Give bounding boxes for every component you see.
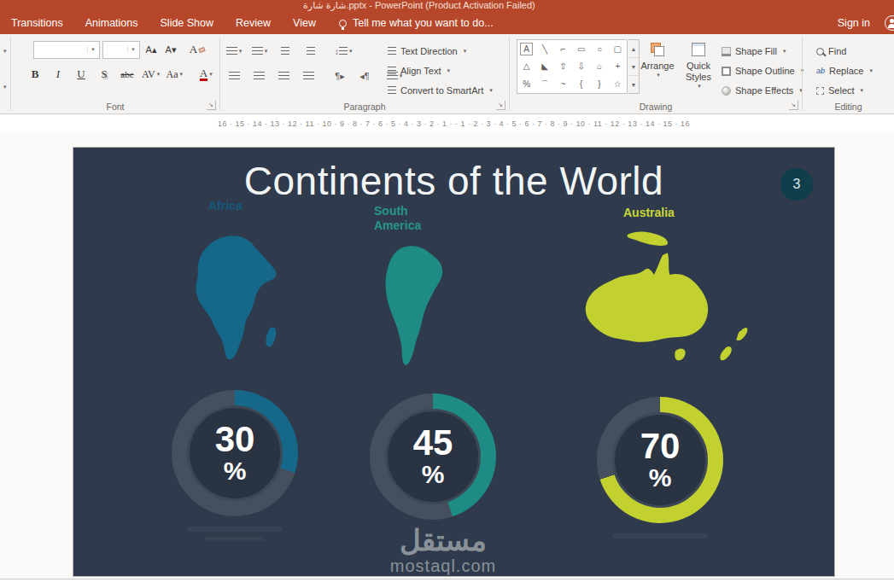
chevron-down-icon[interactable]: ▾ — [127, 46, 138, 53]
shape-curve[interactable]: ~ — [554, 75, 572, 93]
bullet-list-icon — [226, 47, 237, 56]
find-button[interactable]: Find — [816, 43, 846, 60]
character-spacing-button[interactable]: AV ▾ — [142, 65, 160, 84]
align-left-button[interactable] — [225, 67, 242, 85]
shape-percent[interactable]: % — [517, 75, 535, 93]
chevron-down-icon: ▾ — [209, 71, 213, 78]
chevron-down-icon: ▾ — [157, 71, 161, 78]
drawing-group: A ╲ ⌐ ▭ ○ ▢ △ ◣ ⇧ ⇩ ⌂ + % ⌒ ~ { } ☆ ▲ ▼ … — [510, 34, 802, 114]
shape-effects-icon — [722, 86, 731, 96]
bold-button[interactable]: B — [26, 65, 44, 84]
replace-icon: ab — [816, 67, 825, 75]
sign-in-button[interactable]: Sign in — [838, 17, 870, 29]
editing-group-label: Editing — [803, 102, 894, 112]
horizontal-ruler[interactable]: 16 · 15 · 14 · 13 · 12 · 11 · 10 · 9 · 8… — [73, 116, 835, 131]
left-to-right-button[interactable]: ¶▸ — [331, 67, 348, 85]
underline-button[interactable]: U — [73, 65, 90, 84]
tab-animations[interactable]: Animations — [74, 12, 149, 34]
font-size-input[interactable] — [103, 42, 127, 58]
right-to-left-button[interactable]: ◂¶ — [356, 67, 373, 85]
continent-label[interactable]: Australia — [623, 206, 700, 220]
align-center-button[interactable] — [250, 67, 267, 85]
tab-view[interactable]: View — [282, 12, 327, 34]
shape-pentagon-home[interactable]: ⌂ — [590, 58, 608, 76]
clipped-dropdown-icon[interactable]: ▾ — [3, 84, 7, 90]
bullets-button[interactable]: ▾ — [225, 42, 242, 61]
text-direction-button[interactable]: Text Direction ▾ — [388, 43, 466, 60]
align-text-button[interactable]: Align Text ▾ — [388, 62, 450, 79]
shape-isosceles-triangle[interactable]: △ — [517, 58, 535, 76]
replace-button[interactable]: ab Replace ▾ — [816, 62, 873, 79]
change-case-button[interactable]: Aa ▾ — [166, 65, 183, 84]
decrease-indent-button[interactable] — [277, 42, 294, 61]
shape-arrow-up[interactable]: ⇧ — [554, 58, 572, 76]
drawing-group-label: Drawing — [510, 102, 802, 112]
shape-star[interactable]: ☆ — [609, 75, 627, 93]
drawing-dialog-launcher[interactable]: ↘ — [789, 101, 798, 110]
italic-button[interactable]: I — [50, 65, 67, 84]
quick-styles-icon — [692, 43, 705, 56]
slide[interactable]: Continents of the World 3 Africa 30 % So… — [73, 147, 835, 577]
font-color-button[interactable]: A ▾ — [197, 65, 214, 84]
shape-left-brace[interactable]: { — [572, 75, 590, 93]
align-right-button[interactable] — [275, 67, 292, 85]
percent-value: 70 — [640, 429, 681, 463]
quick-styles-button[interactable]: Quick Styles ▾ — [679, 39, 718, 96]
arrange-button[interactable]: Arrange ▾ — [638, 39, 677, 96]
align-right-icon — [278, 72, 289, 81]
justify-button[interactable] — [300, 67, 317, 85]
tell-me-label: Tell me what you want to do... — [353, 17, 494, 29]
arrange-icon — [651, 43, 664, 56]
align-center-icon — [254, 72, 265, 81]
shape-elbow-connector[interactable]: ⌐ — [554, 40, 572, 58]
tab-transitions[interactable]: Transitions — [0, 12, 74, 34]
ltr-paragraph-icon: ¶▸ — [335, 71, 344, 82]
shape-arc[interactable]: ⌒ — [535, 75, 553, 93]
text-direction-icon — [388, 47, 396, 56]
numbering-button[interactable]: ▾ — [251, 42, 268, 61]
shape-text-box[interactable]: A — [520, 43, 533, 55]
shape-rounded-rectangle[interactable]: ▢ — [609, 40, 627, 58]
shape-right-triangle[interactable]: ◣ — [535, 58, 553, 76]
tab-slide-show[interactable]: Slide Show — [149, 12, 225, 34]
select-icon — [816, 87, 824, 95]
font-name-input[interactable] — [34, 42, 87, 58]
select-button[interactable]: Select ▾ — [816, 82, 863, 99]
donut-chart[interactable]: 70 % — [597, 397, 723, 523]
font-name-combobox[interactable]: ▾ — [33, 41, 100, 59]
tell-me-box[interactable]: Tell me what you want to do... — [339, 17, 494, 29]
editing-group: Find ab Replace ▾ Select ▾ Editing — [803, 34, 894, 114]
watermark-domain: mostaql.com — [390, 556, 496, 576]
clipped-dropdown-icon[interactable]: ▾ — [3, 48, 7, 55]
increase-indent-button[interactable] — [302, 42, 319, 61]
clipped-left-group: ▾ ▾ — [0, 34, 10, 114]
shape-effects-button[interactable]: Shape Effects ▾ — [722, 82, 803, 99]
paragraph-dialog-launcher[interactable]: ↘ — [496, 101, 505, 110]
shape-oval[interactable]: ○ — [590, 40, 608, 58]
text-shadow-button[interactable]: S — [96, 65, 113, 84]
strikethrough-button[interactable]: abc — [119, 65, 136, 84]
account-person-icon[interactable] — [885, 15, 894, 31]
font-group: ▾ ▾ A▴ A▾ A B I U S abc AV ▾ Aa — [11, 34, 219, 114]
editing-canvas: Continents of the World 3 Africa 30 % So… — [0, 133, 894, 579]
font-group-label: Font — [11, 102, 219, 112]
smartart-icon — [388, 86, 396, 96]
shape-outline-button[interactable]: Shape Outline ▾ — [722, 62, 803, 79]
line-spacing-button[interactable]: ↕ ▾ — [335, 42, 353, 61]
shape-fill-button[interactable]: Shape Fill ▾ — [722, 43, 786, 60]
australia-map[interactable] — [564, 226, 761, 393]
increase-font-size-button[interactable]: A▴ — [143, 40, 160, 59]
shape-right-brace[interactable]: } — [590, 75, 608, 93]
shape-arrow-down[interactable]: ⇩ — [572, 58, 590, 76]
watermark-arabic: مستقل — [390, 525, 496, 556]
font-size-combobox[interactable]: ▾ — [102, 41, 140, 59]
chevron-down-icon[interactable]: ▾ — [87, 46, 98, 53]
convert-to-smartart-button[interactable]: Convert to SmartArt ▾ — [388, 82, 493, 99]
clear-formatting-button[interactable]: A — [189, 40, 206, 59]
tab-review[interactable]: Review — [225, 12, 282, 34]
font-dialog-launcher[interactable]: ↘ — [207, 101, 216, 110]
shape-plus[interactable]: + — [609, 58, 627, 76]
decrease-font-size-button[interactable]: A▾ — [162, 40, 179, 59]
shape-rectangle[interactable]: ▭ — [572, 40, 590, 58]
shape-line[interactable]: ╲ — [535, 40, 553, 58]
